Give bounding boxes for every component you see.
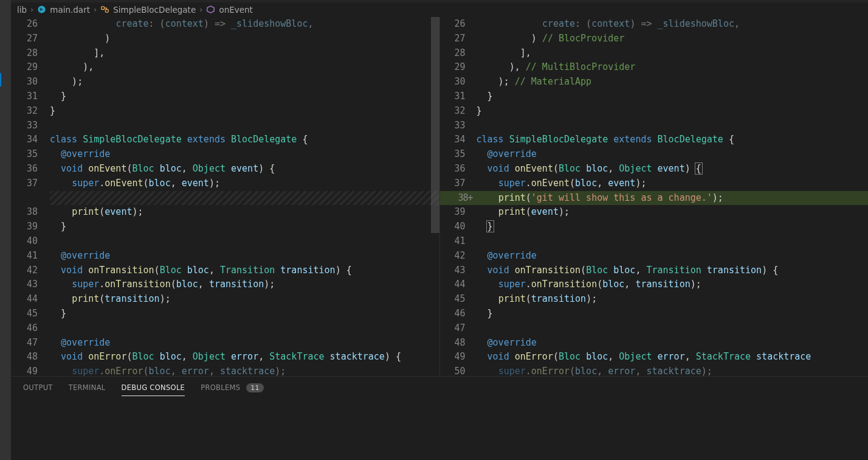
code-content: create: (context) => _slideshowBloc,	[477, 17, 869, 32]
diff-editor: 26 create: (context) => _slideshowBloc,2…	[11, 17, 868, 376]
breadcrumb[interactable]: lib › main.dart › SimpleBlocDelegate › o…	[11, 2, 868, 17]
code-content: super.onError(bloc, error, stacktrace);	[477, 364, 869, 376]
code-line[interactable]: 42 @override	[440, 249, 869, 263]
code-line[interactable]: 40	[11, 234, 439, 249]
code-line[interactable]: 33	[440, 119, 869, 133]
line-number: 38	[11, 205, 50, 220]
code-line[interactable]: 36 void onEvent(Bloc bloc, Object event)…	[11, 162, 439, 176]
code-line[interactable]: 42 void onTransition(Bloc bloc, Transiti…	[11, 263, 439, 278]
breadcrumb-method[interactable]: onEvent	[219, 5, 253, 15]
code-content: )	[50, 32, 439, 46]
line-number: 30	[11, 75, 50, 89]
code-line[interactable]: 31 }	[440, 89, 869, 104]
code-line[interactable]: 47 @override	[11, 336, 439, 350]
line-number: 27	[440, 32, 477, 46]
code-line[interactable]: 34class SimpleBlocDelegate extends BlocD…	[11, 133, 439, 147]
code-line[interactable]: 49 super.onError(bloc, error, stacktrace…	[11, 364, 439, 376]
code-line[interactable]: 36 void onEvent(Bloc bloc, Object event)…	[440, 162, 869, 176]
code-line[interactable]: 26 create: (context) => _slideshowBloc,	[11, 17, 439, 32]
code-content: ), // MultiBlocProvider	[477, 60, 869, 75]
code-content: );	[50, 75, 439, 89]
code-line[interactable]: 39 }	[11, 220, 439, 234]
code-line[interactable]: 47	[440, 321, 869, 336]
code-line[interactable]: 40 }	[440, 220, 869, 234]
code-line[interactable]: 35 @override	[11, 147, 439, 162]
breadcrumb-file[interactable]: main.dart	[50, 5, 90, 15]
code-line[interactable]: 45 print(transition);	[440, 292, 869, 307]
code-line[interactable]: 27 ) // BlocProvider	[440, 32, 869, 46]
code-content: void onEvent(Bloc bloc, Object event) {	[477, 162, 869, 176]
code-line[interactable]: 32}	[11, 104, 439, 119]
code-content: super.onEvent(bloc, event);	[50, 176, 439, 191]
code-content: @override	[50, 147, 439, 162]
code-line[interactable]: 32}	[440, 104, 869, 119]
code-line[interactable]: 38 print(event);	[11, 205, 439, 220]
code-content: }	[50, 104, 439, 119]
activity-bar[interactable]	[0, 0, 11, 460]
line-number: 42	[11, 263, 50, 278]
code-line[interactable]: 34class SimpleBlocDelegate extends BlocD…	[440, 133, 869, 147]
breadcrumb-folder[interactable]: lib	[17, 5, 27, 15]
code-line[interactable]: 48 @override	[440, 336, 869, 350]
code-line[interactable]: 30 ); // MaterialApp	[440, 75, 869, 89]
code-line[interactable]: 30 );	[11, 75, 439, 89]
code-line[interactable]: 37 super.onEvent(bloc, event);	[440, 176, 869, 191]
code-line[interactable]: 39 print(event);	[440, 205, 869, 220]
diff-right-pane[interactable]: 26 create: (context) => _slideshowBloc,2…	[440, 17, 869, 376]
code-line[interactable]: 46 }	[440, 307, 869, 321]
code-line[interactable]: 29 ),	[11, 60, 439, 75]
code-line[interactable]: 43 void onTransition(Bloc bloc, Transiti…	[440, 263, 869, 278]
code-content: print(transition);	[50, 292, 439, 307]
line-number: 34	[440, 133, 477, 147]
code-line[interactable]: 33	[11, 119, 439, 133]
code-content: }	[477, 307, 869, 321]
code-line[interactable]: 37 super.onEvent(bloc, event);	[11, 176, 439, 191]
code-content: print(event);	[50, 205, 439, 220]
line-number: 45	[440, 292, 477, 307]
code-line[interactable]: 46	[11, 321, 439, 336]
code-line[interactable]: 28 ],	[440, 46, 869, 61]
tab-terminal[interactable]: TERMINAL	[69, 383, 106, 396]
line-number: 30	[440, 75, 477, 89]
line-number: 48	[440, 336, 477, 350]
line-number: 46	[440, 307, 477, 321]
code-line[interactable]: 29 ), // MultiBlocProvider	[440, 60, 869, 75]
code-line[interactable]: 44 print(transition);	[11, 292, 439, 307]
code-line[interactable]: 27 )	[11, 32, 439, 46]
code-content: super.onEvent(bloc, event);	[477, 176, 869, 191]
tab-problems[interactable]: PROBLEMS 11	[201, 383, 264, 396]
code-content: ],	[50, 46, 439, 61]
code-line[interactable]: 35 @override	[440, 147, 869, 162]
code-line[interactable]: 44 super.onTransition(bloc, transition);	[440, 277, 869, 292]
scrollbar[interactable]	[431, 17, 439, 260]
code-line[interactable]: 50 super.onError(bloc, error, stacktrace…	[440, 364, 869, 376]
code-line[interactable]: 41 @override	[11, 249, 439, 263]
code-line[interactable]: 26 create: (context) => _slideshowBloc,	[440, 17, 869, 32]
code-line[interactable]: 41	[440, 234, 869, 249]
code-line[interactable]: 45 }	[11, 307, 439, 321]
line-number: 33	[11, 119, 50, 133]
line-number: 28	[440, 46, 477, 61]
line-number: 45	[11, 307, 50, 321]
tab-output[interactable]: OUTPUT	[23, 383, 53, 396]
code-line[interactable]: 31 }	[11, 89, 439, 104]
diff-left-pane[interactable]: 26 create: (context) => _slideshowBloc,2…	[11, 17, 440, 376]
tab-debug-console[interactable]: DEBUG CONSOLE	[122, 383, 185, 396]
code-content: create: (context) => _slideshowBloc,	[50, 17, 439, 32]
problems-count-badge: 11	[246, 383, 264, 392]
line-number: 49	[11, 364, 50, 376]
code-content	[50, 234, 439, 249]
line-number: 43	[11, 277, 50, 292]
code-line[interactable]: 28 ],	[11, 46, 439, 61]
code-line[interactable]: 49 void onError(Bloc bloc, Object error,…	[440, 350, 869, 364]
chevron-right-icon: ›	[30, 5, 33, 14]
code-content: }	[50, 220, 439, 234]
line-number: 32	[11, 104, 50, 119]
breadcrumb-class[interactable]: SimpleBlocDelegate	[113, 5, 196, 15]
scroll-thumb[interactable]	[431, 17, 439, 233]
code-line[interactable]: 38+ print('git will show this as a chang…	[440, 191, 869, 206]
line-number: 43	[440, 263, 477, 278]
code-content: }	[50, 89, 439, 104]
code-line[interactable]: 43 super.onTransition(bloc, transition);	[11, 277, 439, 292]
code-line[interactable]: 48 void onError(Bloc bloc, Object error,…	[11, 350, 439, 364]
